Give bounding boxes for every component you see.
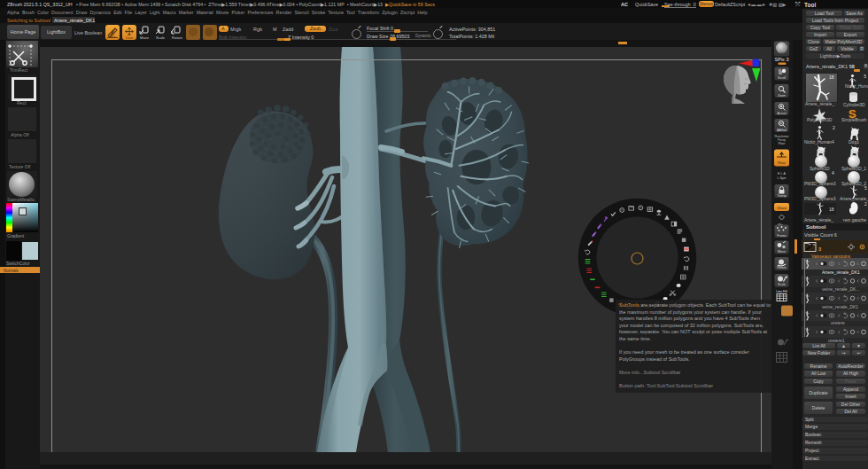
svg-text:4: 4 xyxy=(832,170,834,176)
svg-text:Line Fill: Line Fill xyxy=(776,290,787,293)
svg-text:Frame: Frame xyxy=(777,234,786,238)
svg-text:Artere_rénale_: Artere_rénale_ xyxy=(804,217,833,223)
svg-text:Sphere3D_2: Sphere3D_2 xyxy=(841,181,866,186)
svg-text:Scale: Scale xyxy=(778,283,786,286)
svg-text:Scale: Scale xyxy=(156,35,166,40)
svg-text:Dog1: Dog1 xyxy=(849,139,859,145)
svg-text:L.Sym: L.Sym xyxy=(777,176,786,180)
svg-text:18: 18 xyxy=(829,207,834,212)
svg-text:Nickz_Human4: Nickz_Human4 xyxy=(804,139,834,145)
svg-text:rein gauche: rein gauche xyxy=(843,217,866,223)
svg-text:Rotate: Rotate xyxy=(777,266,787,270)
svg-text:SPix 3: SPix 3 xyxy=(775,57,789,62)
svg-text:Draw: Draw xyxy=(125,36,133,40)
svg-text:Floor: Floor xyxy=(779,142,787,145)
svg-text:PM3D_Sphere3: PM3D_Sphere3 xyxy=(804,196,836,201)
svg-text:Dog: Dog xyxy=(850,149,858,154)
svg-text:Scroll: Scroll xyxy=(778,76,786,80)
svg-text:Int: Int xyxy=(780,51,784,55)
svg-text:Transp: Transp xyxy=(777,194,787,198)
svg-text:2: 2 xyxy=(864,201,867,207)
svg-text:5: 5 xyxy=(864,185,867,191)
svg-text:Floor: Floor xyxy=(778,161,786,165)
svg-text:SimpleBrush: SimpleBrush xyxy=(841,117,867,122)
svg-text:3: 3 xyxy=(818,246,821,252)
svg-text:Ghost: Ghost xyxy=(777,206,787,210)
svg-text:5: 5 xyxy=(864,74,866,79)
svg-text:Edit: Edit xyxy=(110,35,115,39)
svg-text:Actual: Actual xyxy=(778,112,787,115)
svg-text:Move: Move xyxy=(778,250,786,254)
svg-text:E.L.A: E.L.A xyxy=(778,172,786,176)
svg-text:AAHalf: AAHalf xyxy=(777,129,787,132)
svg-text:Move: Move xyxy=(140,35,150,40)
svg-text:Sphere3D: Sphere3D xyxy=(810,166,830,171)
svg-text:PolyMesh3D: PolyMesh3D xyxy=(807,117,833,122)
svg-text:2: 2 xyxy=(833,125,835,130)
svg-text:Sphere3D_1: Sphere3D_1 xyxy=(841,166,866,171)
svg-text:Zoom: Zoom xyxy=(778,94,786,98)
svg-text:Nickz_Humann: Nickz_Humann xyxy=(845,83,868,89)
svg-text:Dog: Dog xyxy=(817,149,825,154)
svg-text:PM3D_Sphere3: PM3D_Sphere3 xyxy=(804,181,836,186)
svg-text:Rotate: Rotate xyxy=(172,35,183,40)
